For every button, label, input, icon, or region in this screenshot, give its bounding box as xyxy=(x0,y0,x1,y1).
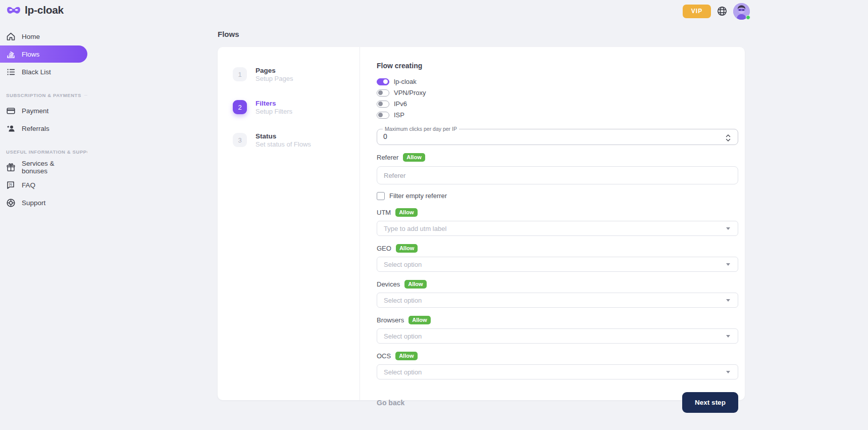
language-globe-icon[interactable] xyxy=(717,6,728,17)
referer-label-row: Referer Allow xyxy=(377,153,738,162)
sidebar-item-support[interactable]: Support xyxy=(0,194,87,211)
utm-label: UTM xyxy=(377,209,391,216)
sidebar-item-label: Black List xyxy=(22,68,51,76)
utm-label-row: UTM Allow xyxy=(377,208,738,217)
sidebar-item-referrals[interactable]: Referrals xyxy=(0,120,87,137)
ocs-label: OCS xyxy=(377,352,391,360)
stepper: 1 Pages Setup Pages 2 Filters Setup Filt… xyxy=(218,47,360,400)
step-status[interactable]: 3 Status Set status of Flows xyxy=(233,132,360,149)
form-title: Flow creating xyxy=(377,62,738,70)
step-title: Filters xyxy=(256,99,292,108)
filter-empty-referrer-row: Filter empty referrer xyxy=(377,192,738,200)
sidebar-item-faq[interactable]: ?! FAQ xyxy=(0,176,87,194)
sidebar-section-subscription: SUBSCRIPTION & PAYMENTS xyxy=(6,92,87,98)
toggle-label: ISP xyxy=(394,111,404,119)
sidebar: Home Flows xyxy=(0,27,87,212)
flow-card: 1 Pages Setup Pages 2 Filters Setup Filt… xyxy=(218,47,745,400)
toggle-row-vpn-proxy: VPN/Proxy xyxy=(377,89,738,97)
vpn-proxy-toggle[interactable] xyxy=(377,89,389,97)
step-pages[interactable]: 1 Pages Setup Pages xyxy=(233,66,360,83)
next-step-button[interactable]: Next step xyxy=(682,392,738,413)
chevron-down-icon xyxy=(726,263,730,266)
main-content: Flows 1 Pages Setup Pages 2 Filters Setu… xyxy=(218,26,745,400)
user-avatar[interactable] xyxy=(733,3,750,20)
go-back-button[interactable]: Go back xyxy=(377,399,404,407)
lifebuoy-icon xyxy=(6,198,16,208)
blacklist-icon xyxy=(6,67,16,77)
sidebar-item-black-list[interactable]: Black List xyxy=(0,63,87,80)
referer-label: Referer xyxy=(377,154,398,161)
step-number: 3 xyxy=(233,133,247,147)
sidebar-item-label: Support xyxy=(22,199,45,207)
chevron-down-icon xyxy=(726,227,730,230)
app-root: lp-cloak VIP xyxy=(0,0,868,430)
utm-select[interactable]: Type to add utm label xyxy=(377,221,738,236)
sidebar-item-home[interactable]: Home xyxy=(0,28,87,45)
sidebar-item-label: Services & bonuses xyxy=(22,160,81,175)
mask-logo-icon xyxy=(6,4,21,16)
sidebar-item-label: Payment xyxy=(22,107,48,115)
step-number: 2 xyxy=(233,100,247,114)
home-icon xyxy=(6,32,16,41)
browsers-select[interactable]: Select option xyxy=(377,328,738,344)
flow-form: Flow creating lp-cloak VPN/Proxy IPv6 IS… xyxy=(360,47,745,400)
online-status-dot xyxy=(746,15,750,20)
topbar-right: VIP xyxy=(683,0,750,22)
max-clicks-field: Maximum clicks per day per IP xyxy=(377,126,738,145)
geo-select[interactable]: Select option xyxy=(377,257,738,272)
geo-allow-badge[interactable]: Allow xyxy=(396,244,418,253)
vip-button[interactable]: VIP xyxy=(683,5,711,18)
filter-empty-referrer-label: Filter empty referrer xyxy=(389,192,447,200)
faq-bubble-icon: ?! xyxy=(6,180,16,190)
isp-toggle[interactable] xyxy=(377,112,389,119)
number-stepper-icon[interactable] xyxy=(725,134,731,144)
max-clicks-input[interactable] xyxy=(383,132,484,140)
ipv6-toggle[interactable] xyxy=(377,101,389,108)
browsers-label-row: Browsers Allow xyxy=(377,316,738,324)
sidebar-item-payment[interactable]: Payment xyxy=(0,102,87,119)
chevron-down-icon xyxy=(726,371,730,373)
chevron-down-icon xyxy=(726,335,730,338)
step-number: 1 xyxy=(233,67,247,81)
browsers-allow-badge[interactable]: Allow xyxy=(409,316,430,324)
utm-select-placeholder: Type to add utm label xyxy=(384,225,446,232)
sidebar-item-flows[interactable]: Flows xyxy=(0,45,87,63)
devices-select[interactable]: Select option xyxy=(377,293,738,308)
ocs-select[interactable]: Select option xyxy=(377,364,738,379)
page-title: Flows xyxy=(218,30,745,38)
brand-logo[interactable]: lp-cloak xyxy=(6,4,64,16)
devices-label-row: Devices Allow xyxy=(377,280,738,289)
toggle-label: lp-cloak xyxy=(394,78,417,85)
devices-allow-badge[interactable]: Allow xyxy=(404,280,426,289)
step-title: Status xyxy=(256,132,311,140)
geo-select-placeholder: Select option xyxy=(384,261,422,268)
toggle-row-isp: ISP xyxy=(377,111,738,119)
gift-icon xyxy=(6,163,16,172)
flows-icon xyxy=(6,50,16,59)
sidebar-item-label: Flows xyxy=(22,51,39,58)
sidebar-item-label: FAQ xyxy=(22,181,35,189)
toggle-label: VPN/Proxy xyxy=(394,89,426,97)
step-filters[interactable]: 2 Filters Setup Filters xyxy=(233,99,360,116)
sidebar-item-services[interactable]: Services & bonuses xyxy=(0,159,87,176)
utm-allow-badge[interactable]: Allow xyxy=(395,208,417,217)
lp-cloak-toggle[interactable] xyxy=(377,78,389,85)
svg-text:?!: ?! xyxy=(9,182,12,186)
step-title: Pages xyxy=(256,66,293,75)
browsers-select-placeholder: Select option xyxy=(384,332,422,340)
referer-allow-badge[interactable]: Allow xyxy=(403,153,425,162)
filter-empty-referrer-checkbox[interactable] xyxy=(377,192,385,200)
ocs-allow-badge[interactable]: Allow xyxy=(395,352,417,360)
sidebar-item-label: Referrals xyxy=(22,125,49,132)
step-subtitle: Setup Filters xyxy=(256,108,292,116)
sidebar-section-useful: USEFUL INFORMATION & SUPPORT xyxy=(6,149,87,155)
ocs-select-placeholder: Select option xyxy=(384,368,422,376)
brand-name: lp-cloak xyxy=(25,4,64,16)
step-subtitle: Setup Pages xyxy=(256,75,293,83)
referer-input[interactable] xyxy=(377,166,738,184)
ocs-label-row: OCS Allow xyxy=(377,352,738,360)
geo-label-row: GEO Allow xyxy=(377,244,738,253)
devices-select-placeholder: Select option xyxy=(384,297,422,304)
chevron-down-icon xyxy=(726,299,730,302)
browsers-label: Browsers xyxy=(377,316,404,324)
